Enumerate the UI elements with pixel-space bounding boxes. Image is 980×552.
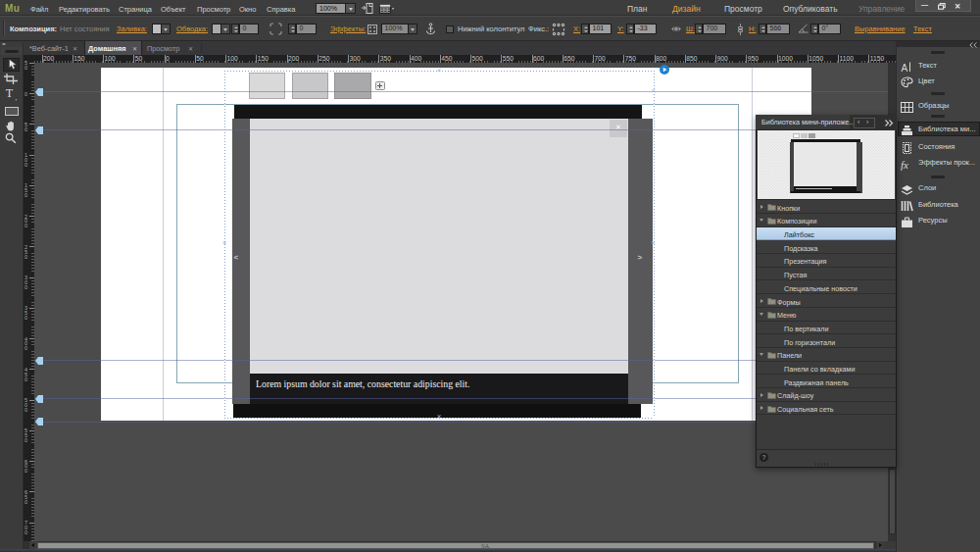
svg-text:fx: fx — [901, 159, 908, 171]
svg-text:A: A — [902, 63, 908, 74]
